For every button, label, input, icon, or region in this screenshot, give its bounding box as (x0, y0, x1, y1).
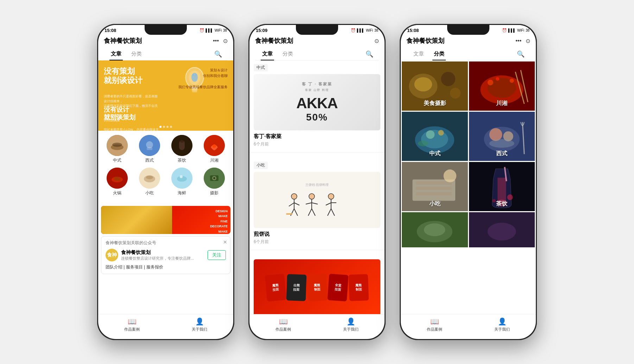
tab-category-2[interactable]: 分类 (281, 48, 294, 60)
cat-label-sheying: 摄影 (210, 190, 218, 196)
tab-article-2[interactable]: 文章 (261, 48, 274, 60)
ad-banner-1: DESIGNMAKEFINEDECORATEMAKEGREAT (101, 206, 230, 234)
about-label-3: 关于我们 (494, 327, 510, 332)
article-card-2[interactable]: 兰饼铛·煎饼料理 (249, 172, 385, 250)
signal-icon-2: ▌▌▌ (357, 28, 364, 32)
target-icon-1[interactable]: ⊙ (223, 38, 228, 44)
cat-sheying[interactable]: 摄影 (198, 168, 230, 196)
nav-about-3[interactable]: 👤 关于我们 (468, 317, 536, 332)
article-title-2: 煎饼说 (254, 231, 380, 238)
app-header-1: 食神餐饮策划 ••• ⊙ 文章 分类 🔍 (98, 34, 233, 60)
more-icon-1[interactable]: ••• (213, 38, 219, 44)
svg-point-72 (489, 139, 514, 148)
about-icon-2: 👤 (347, 317, 355, 326)
nav-about-1[interactable]: 👤 关于我们 (166, 317, 233, 332)
grid-chayin2[interactable]: 茶饮 (469, 162, 535, 211)
svg-point-30 (291, 194, 297, 199)
cat-label-chuanxiang: 川湘 (210, 157, 218, 163)
search-icon-3[interactable]: 🔍 (517, 50, 525, 58)
svg-point-14 (180, 140, 184, 143)
cat-xishi[interactable]: 西式 (133, 135, 166, 163)
search-icon-2[interactable]: 🔍 (366, 50, 373, 58)
grid-extra2[interactable] (469, 212, 535, 247)
svg-point-57 (487, 80, 493, 85)
ad-text: DESIGNMAKEFINEDECORATEMAKEGREAT (210, 209, 228, 234)
grid-xishi[interactable]: 西式 (469, 112, 535, 161)
cat-icon-sheying (204, 168, 225, 189)
app-header-3: 食神餐饮策划 ••• ⊙ 文章 分类 🔍 (401, 34, 536, 60)
grid-zhongshi[interactable]: 中式 (402, 112, 468, 161)
scroll-2[interactable]: 中式 客 丁 · 客家菜 客家 山野 料理 AKKA 50% 客丁·客家菜 (249, 60, 385, 314)
follow-popup: ✕ 食神餐饮策划关联的公众号 食神 食神餐饮策划 连锁餐饮整店设计研究所，专注餐… (101, 236, 230, 274)
svg-point-8 (112, 143, 122, 147)
category-list-1: 中式 西式 茶饮 川湘 (98, 131, 233, 204)
svg-rect-76 (416, 181, 452, 185)
tab-category-3[interactable]: 分类 (432, 48, 446, 60)
article-title-1: 客丁·客家菜 (254, 133, 380, 140)
svg-line-45 (326, 203, 331, 205)
grid-chuanxiang[interactable]: 川湘 (469, 61, 535, 111)
grid-label-meishi: 美食摄影 (402, 100, 468, 107)
tag-zhongshi: 中式 (254, 64, 268, 71)
nav-portfolio-2[interactable]: 📖 作品案例 (249, 317, 317, 332)
tab-article-1[interactable]: 文章 (109, 48, 123, 60)
cat-icon-haixian (171, 168, 192, 189)
scroll-1[interactable]: 没有策划就别谈设计 没有设计就别谈策划 消费者要的不只是画面好看，追是画面设计但… (98, 60, 233, 314)
grid-xiaochi2[interactable]: 小吃 (402, 162, 468, 211)
extra2-img (469, 212, 535, 247)
profile-row: 食神 食神餐饮策划 连锁餐饮整店设计研究所，专注餐饮品牌... 关注 (106, 249, 226, 261)
tag-xiaochi: 小吃 (254, 162, 268, 169)
article-img-1: 客 丁 · 客家菜 客家 山野 料理 AKKA 50% (254, 74, 380, 130)
svg-point-58 (509, 79, 514, 83)
nav-portfolio-3[interactable]: 📖 作品案例 (401, 317, 468, 332)
nav-about-2[interactable]: 👤 关于我们 (317, 317, 385, 332)
svg-point-53 (450, 88, 461, 98)
cat-chuanxiang[interactable]: 川湘 (198, 135, 230, 163)
grid-meishi[interactable]: 美食摄影 (402, 61, 468, 111)
nav-portfolio-1[interactable]: 📖 作品案例 (98, 317, 166, 332)
follow-button[interactable]: 关注 (208, 250, 226, 260)
cat-huoguo[interactable]: 火锅 (101, 168, 133, 196)
profile-links[interactable]: 团队介绍 | 服务项目 | 服务报价 (106, 264, 226, 270)
status-time-1: 15:08 (104, 28, 116, 33)
ramen-cup-1: 魔熊拉面 (265, 273, 286, 301)
article-time-2: 6个月前 (254, 239, 380, 245)
tab-category-1[interactable]: 分类 (130, 48, 143, 60)
pancake-image: 兰饼铛·煎饼料理 (254, 172, 380, 228)
article-card-3[interactable]: 魔熊拉面 出熊拉面 魔熊制面 全堂拉面 魔熊制面 魔熊·日式拉面包装 (249, 259, 385, 314)
cat-zhongshi[interactable]: 中式 (101, 135, 133, 163)
alarm-icon-1: ⏰ (199, 28, 204, 33)
target-icon-2[interactable]: ⊙ (374, 38, 379, 44)
extra1-img (402, 212, 468, 247)
signal-icon-3: ▌▌▌ (508, 28, 516, 32)
svg-point-87 (424, 223, 445, 236)
search-icon-1[interactable]: 🔍 (214, 50, 222, 58)
banner-line1: 没有策划就别谈设计 (104, 67, 142, 85)
more-icon-3[interactable]: ••• (515, 38, 521, 44)
article-section-1: 中式 客 丁 · 客家菜 客家 山野 料理 AKKA 50% 客丁·客家菜 (249, 60, 385, 158)
bottom-nav-2: 📖 作品案例 👤 关于我们 (249, 314, 385, 339)
bottom-nav-3: 📖 作品案例 👤 关于我们 (401, 314, 536, 339)
ramen-cup-3: 魔熊制面 (307, 274, 328, 301)
pancake-figures-svg (285, 189, 349, 217)
svg-point-69 (484, 127, 519, 152)
signal-icon-1: ▌▌▌ (206, 28, 213, 32)
close-icon[interactable]: ✕ (223, 239, 227, 245)
target-icon-3[interactable]: ⊙ (526, 38, 530, 44)
about-label-1: 关于我们 (192, 327, 207, 332)
svg-point-22 (146, 176, 153, 179)
cat-label-xishi: 西式 (145, 157, 154, 163)
grid-label-zhongshi: 中式 (402, 150, 468, 157)
kakka-image: 客 丁 · 客家菜 客家 山野 料理 AKKA 50% (254, 74, 380, 130)
cat-xiaochi[interactable]: 小吃 (133, 168, 166, 196)
phone2: 15:09 ⏰ ▌▌▌ WiFi 38 食神餐饮策划 ⊙ 文章 分类 🔍 (248, 24, 386, 340)
grid-extra1[interactable] (402, 212, 468, 247)
scroll-3[interactable]: 美食摄影 川湘 (401, 60, 536, 314)
article-card-1[interactable]: 客 丁 · 客家菜 客家 山野 料理 AKKA 50% 客丁·客家菜 6个月前 (249, 74, 385, 152)
svg-point-29 (213, 177, 215, 179)
svg-line-33 (294, 203, 299, 205)
popup-title: 食神餐饮策划关联的公众号 (106, 240, 226, 246)
tab-article-3[interactable]: 文章 (412, 48, 425, 60)
cat-chayin[interactable]: 茶饮 (166, 135, 198, 163)
cat-haixian[interactable]: 海鲜 (166, 168, 198, 196)
